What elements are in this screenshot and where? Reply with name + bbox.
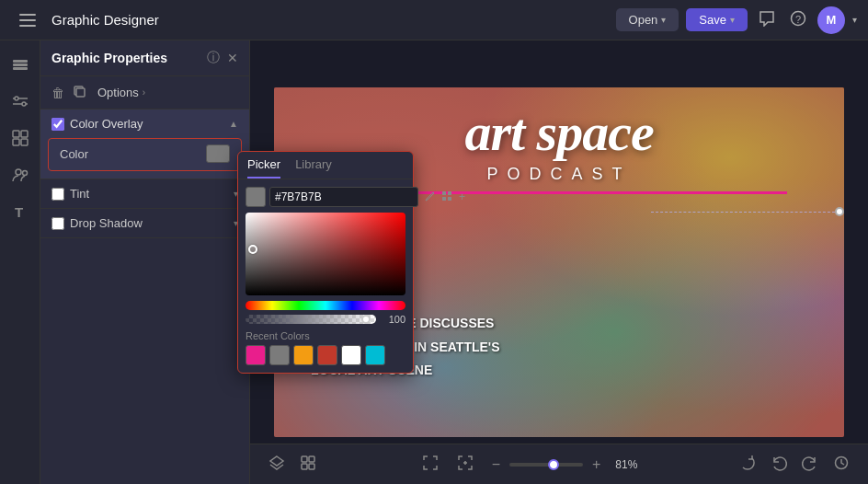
- zoom-percent: 81%: [615, 458, 637, 471]
- color-row[interactable]: Color: [48, 138, 242, 171]
- text-button[interactable]: T: [4, 195, 37, 228]
- grid-picker-button[interactable]: [440, 189, 454, 206]
- people-button[interactable]: [4, 158, 37, 191]
- color-swatch[interactable]: [206, 144, 230, 163]
- history-button[interactable]: [829, 451, 853, 478]
- svg-marker-27: [270, 456, 283, 466]
- recent-colors: [246, 345, 405, 365]
- color-picker-popup: Picker Library: [237, 151, 414, 374]
- tab-picker[interactable]: Picker: [247, 157, 280, 179]
- svg-text:T: T: [15, 204, 23, 220]
- selection-dots: [651, 207, 844, 216]
- saturation-canvas[interactable]: [246, 213, 405, 295]
- svg-point-11: [22, 102, 26, 106]
- hex-preview-swatch: [246, 187, 266, 207]
- color-overlay-checkbox[interactable]: [51, 118, 64, 131]
- svg-rect-7: [13, 67, 28, 70]
- main-layout: T Graphic Properties ⓘ ✕ 🗑 Options ›: [0, 40, 868, 484]
- zoom-control: − +: [488, 453, 605, 477]
- app-title: Graphic Designer: [51, 12, 159, 28]
- save-chevron-icon: ▾: [730, 15, 735, 25]
- layers-button[interactable]: [4, 48, 37, 81]
- save-button[interactable]: Save ▾: [686, 8, 748, 31]
- svg-rect-0: [19, 14, 36, 16]
- zoom-slider[interactable]: [509, 463, 583, 467]
- properties-panel: Graphic Properties ⓘ ✕ 🗑 Options ›: [40, 40, 250, 484]
- alpha-checker: [246, 315, 376, 324]
- recent-swatch-pink[interactable]: [246, 345, 266, 365]
- open-button[interactable]: Open ▾: [616, 8, 680, 31]
- grid-bottom-button[interactable]: [296, 451, 320, 478]
- recent-swatch-orange[interactable]: [293, 345, 314, 365]
- tint-row[interactable]: Tint ▾: [40, 179, 249, 209]
- layers-bottom-button[interactable]: [265, 451, 289, 478]
- crop-button[interactable]: [453, 451, 477, 478]
- refresh-button[interactable]: [736, 451, 760, 478]
- tint-checkbox[interactable]: [51, 188, 64, 201]
- alpha-slider[interactable]: [246, 315, 376, 324]
- tab-library[interactable]: Library: [295, 157, 332, 179]
- picker-tabs: Picker Library: [238, 152, 413, 179]
- topbar-right: Open ▾ Save ▾ ? M ▾: [616, 6, 857, 34]
- svg-rect-29: [309, 456, 314, 462]
- options-button[interactable]: Options ›: [97, 86, 145, 99]
- topbar-left: Graphic Designer: [11, 4, 605, 37]
- selection-handle-right: [835, 207, 844, 216]
- sidebar: T: [0, 40, 40, 484]
- eyedropper-button[interactable]: [422, 189, 437, 206]
- svg-rect-24: [448, 191, 451, 195]
- hue-slider[interactable]: [246, 301, 405, 310]
- color-overlay-header[interactable]: Color Overlay ▲: [40, 109, 249, 138]
- bottom-right-tools: [736, 451, 853, 478]
- drop-shadow-checkbox[interactable]: [51, 217, 64, 230]
- alpha-value: 100: [380, 314, 405, 325]
- grid-button[interactable]: [4, 121, 37, 155]
- undo-button[interactable]: [767, 451, 791, 478]
- recent-swatch-red[interactable]: [317, 345, 337, 365]
- svg-rect-6: [13, 63, 28, 66]
- redo-button[interactable]: [798, 451, 822, 478]
- recent-swatch-gray[interactable]: [269, 345, 290, 365]
- svg-rect-25: [442, 197, 446, 201]
- avatar-chevron-icon: ▾: [852, 15, 857, 25]
- close-icon[interactable]: ✕: [227, 51, 238, 65]
- tint-label: Tint: [70, 187, 228, 201]
- panel-header-icons: ⓘ ✕: [207, 50, 238, 66]
- svg-point-18: [16, 169, 21, 175]
- fit-button[interactable]: [418, 451, 442, 478]
- zoom-in-button[interactable]: +: [588, 453, 604, 477]
- options-label: Options: [97, 86, 139, 99]
- chat-button[interactable]: [755, 6, 779, 34]
- drop-shadow-row[interactable]: Drop Shadow ▾: [40, 209, 249, 238]
- saturation-cursor: [248, 245, 257, 254]
- drop-shadow-label: Drop Shadow: [70, 216, 228, 230]
- svg-rect-5: [13, 60, 28, 63]
- panel-header: Graphic Properties ⓘ ✕: [40, 40, 249, 76]
- hex-icons: +: [422, 189, 467, 206]
- duplicate-icon[interactable]: [72, 84, 86, 101]
- adjust-button[interactable]: [4, 85, 37, 118]
- options-chevron-icon: ›: [143, 87, 145, 98]
- svg-point-19: [22, 171, 27, 176]
- recent-swatch-white[interactable]: [341, 345, 361, 365]
- recent-swatch-cyan[interactable]: [365, 345, 385, 365]
- selection-line: [651, 212, 835, 213]
- zoom-thumb: [548, 459, 559, 470]
- delete-icon[interactable]: 🗑: [51, 86, 64, 100]
- svg-text:?: ?: [795, 13, 801, 24]
- topbar: Graphic Designer Open ▾ Save ▾ ? M ▾: [0, 0, 868, 40]
- info-icon[interactable]: ⓘ: [207, 50, 220, 66]
- alpha-row: 100: [246, 314, 405, 325]
- zoom-out-button[interactable]: −: [488, 453, 504, 477]
- avatar[interactable]: M: [817, 6, 845, 34]
- bottom-center-tools: − + 81%: [418, 451, 638, 478]
- add-color-button[interactable]: +: [457, 189, 467, 206]
- svg-rect-31: [309, 464, 314, 469]
- hex-input[interactable]: [269, 187, 418, 207]
- hamburger-button[interactable]: [11, 4, 44, 37]
- svg-rect-1: [19, 19, 36, 21]
- svg-rect-16: [13, 139, 19, 145]
- recent-colors-label: Recent Colors: [246, 330, 405, 341]
- alpha-handle: [361, 315, 371, 324]
- help-button[interactable]: ?: [786, 6, 810, 34]
